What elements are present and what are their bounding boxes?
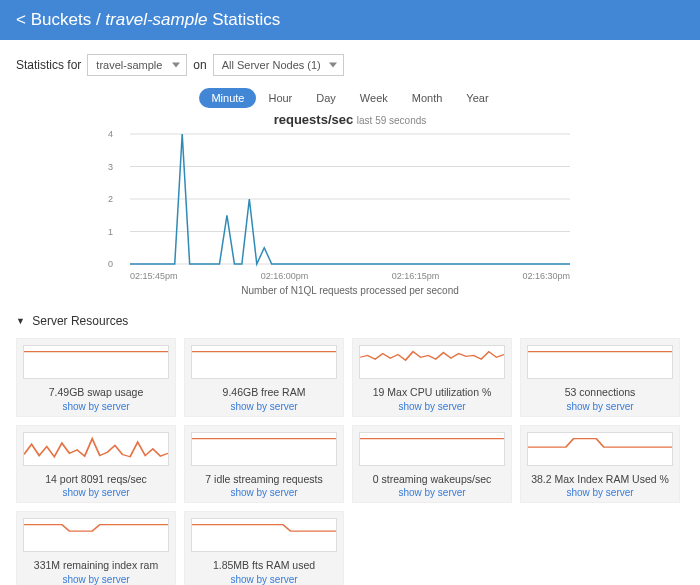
- resource-card[interactable]: 9.46GB free RAMshow by server: [184, 338, 344, 417]
- chart-title: requests/sec last 59 seconds: [0, 112, 700, 127]
- show-by-server-link[interactable]: show by server: [191, 574, 337, 585]
- breadcrumb-sep: /: [96, 10, 101, 29]
- y-tick: 1: [108, 227, 113, 237]
- sparkline: [527, 345, 673, 379]
- time-tab-week[interactable]: Week: [348, 88, 400, 108]
- y-tick: 2: [108, 194, 113, 204]
- breadcrumb-header: < Buckets / travel-sample Statistics: [0, 0, 700, 40]
- time-tab-hour[interactable]: Hour: [256, 88, 304, 108]
- controls-row: Statistics for travel-sample on All Serv…: [0, 40, 700, 82]
- bucket-name: travel-sample: [105, 10, 207, 29]
- chevron-left-icon: <: [16, 10, 26, 29]
- chevron-down-icon: [329, 63, 337, 68]
- y-tick: 0: [108, 259, 113, 269]
- chart-subcaption: Number of N1QL requests processed per se…: [0, 285, 700, 296]
- sparkline: [359, 432, 505, 466]
- card-label: 1.85MB fts RAM used: [191, 559, 337, 572]
- card-label: 7.49GB swap usage: [23, 386, 169, 399]
- show-by-server-link[interactable]: show by server: [191, 401, 337, 412]
- sparkline: [23, 518, 169, 552]
- x-tick: 02:16:15pm: [392, 271, 440, 281]
- y-tick: 4: [108, 129, 113, 139]
- resource-card[interactable]: 7.49GB swap usageshow by server: [16, 338, 176, 417]
- resource-card[interactable]: 7 idle streaming requestsshow by server: [184, 425, 344, 504]
- sparkline: [23, 345, 169, 379]
- back-link[interactable]: < Buckets: [16, 10, 96, 29]
- resource-card[interactable]: 38.2 Max Index RAM Used %show by server: [520, 425, 680, 504]
- server-resources-label: Server Resources: [32, 314, 128, 328]
- show-by-server-link[interactable]: show by server: [23, 574, 169, 585]
- resource-card[interactable]: 14 port 8091 reqs/secshow by server: [16, 425, 176, 504]
- card-label: 38.2 Max Index RAM Used %: [527, 473, 673, 486]
- time-range-tabs: MinuteHourDayWeekMonthYear: [0, 88, 700, 108]
- bucket-select-value: travel-sample: [96, 59, 162, 71]
- show-by-server-link[interactable]: show by server: [23, 401, 169, 412]
- card-label: 19 Max CPU utilization %: [359, 386, 505, 399]
- x-tick: 02:16:30pm: [522, 271, 570, 281]
- show-by-server-link[interactable]: show by server: [359, 401, 505, 412]
- card-label: 331M remaining index ram: [23, 559, 169, 572]
- show-by-server-link[interactable]: show by server: [359, 487, 505, 498]
- chart-title-main: requests/sec: [274, 112, 354, 127]
- chart-svg: [120, 129, 570, 269]
- server-resources-toggle[interactable]: ▼ Server Resources: [0, 310, 700, 332]
- resource-card[interactable]: 331M remaining index ramshow by server: [16, 511, 176, 585]
- card-label: 53 connections: [527, 386, 673, 399]
- chevron-down-icon: [172, 63, 180, 68]
- card-label: 9.46GB free RAM: [191, 386, 337, 399]
- resource-card[interactable]: 53 connectionsshow by server: [520, 338, 680, 417]
- resource-card[interactable]: 19 Max CPU utilization %show by server: [352, 338, 512, 417]
- resource-card[interactable]: 1.85MB fts RAM usedshow by server: [184, 511, 344, 585]
- main-chart: 01234 02:15:45pm02:16:00pm02:16:15pm02:1…: [120, 129, 580, 279]
- resource-card[interactable]: 0 streaming wakeups/secshow by server: [352, 425, 512, 504]
- chart-title-sub: last 59 seconds: [357, 115, 427, 126]
- sparkline: [191, 432, 337, 466]
- show-by-server-link[interactable]: show by server: [191, 487, 337, 498]
- time-tab-minute[interactable]: Minute: [199, 88, 256, 108]
- nodes-select[interactable]: All Server Nodes (1): [213, 54, 344, 76]
- page-word: Statistics: [212, 10, 280, 29]
- card-label: 0 streaming wakeups/sec: [359, 473, 505, 486]
- y-tick: 3: [108, 162, 113, 172]
- show-by-server-link[interactable]: show by server: [527, 401, 673, 412]
- time-tab-day[interactable]: Day: [304, 88, 348, 108]
- sparkline: [191, 518, 337, 552]
- bucket-select[interactable]: travel-sample: [87, 54, 187, 76]
- x-tick: 02:16:00pm: [261, 271, 309, 281]
- sparkline: [527, 432, 673, 466]
- sparkline: [359, 345, 505, 379]
- card-label: 7 idle streaming requests: [191, 473, 337, 486]
- time-tab-month[interactable]: Month: [400, 88, 455, 108]
- show-by-server-link[interactable]: show by server: [23, 487, 169, 498]
- x-tick: 02:15:45pm: [130, 271, 178, 281]
- back-label: Buckets: [31, 10, 91, 29]
- sparkline: [191, 345, 337, 379]
- sparkline: [23, 432, 169, 466]
- stats-for-label: Statistics for: [16, 58, 81, 72]
- card-label: 14 port 8091 reqs/sec: [23, 473, 169, 486]
- x-axis-ticks: 02:15:45pm02:16:00pm02:16:15pm02:16:30pm: [130, 269, 570, 281]
- nodes-select-value: All Server Nodes (1): [222, 59, 321, 71]
- show-by-server-link[interactable]: show by server: [527, 487, 673, 498]
- on-label: on: [193, 58, 206, 72]
- resource-cards: 7.49GB swap usageshow by server9.46GB fr…: [0, 332, 700, 585]
- time-tab-year[interactable]: Year: [454, 88, 500, 108]
- triangle-down-icon: ▼: [16, 316, 25, 326]
